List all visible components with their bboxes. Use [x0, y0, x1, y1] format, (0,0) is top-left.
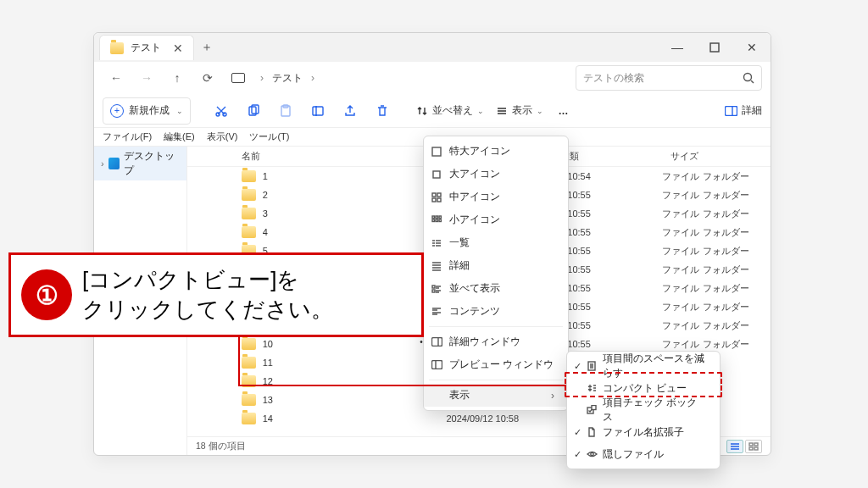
submenu-file-extensions[interactable]: ✓ファイル名拡張子	[567, 421, 720, 443]
view-label: 表示	[512, 103, 532, 118]
submenu-hidden-files[interactable]: ✓隠しファイル	[567, 443, 720, 465]
minimize-button[interactable]: —	[659, 33, 696, 62]
menu-list[interactable]: 一覧	[424, 231, 568, 254]
sort-icon	[416, 105, 428, 117]
sort-button[interactable]: 並べ替え ⌄	[411, 97, 489, 125]
forward-button[interactable]: →	[133, 64, 160, 92]
md-icons-icon	[431, 192, 442, 202]
cell-type: ファイル フォルダー	[662, 226, 771, 239]
cell-type: ファイル フォルダー	[662, 170, 771, 183]
tab-active[interactable]: テスト ✕	[99, 35, 194, 60]
toolbar: + 新規作成 ⌄ 並べ替え ⌄ 表示 ⌄ … 詳細	[94, 94, 771, 128]
cell-date2: 12 10:55	[554, 208, 663, 219]
svg-point-33	[590, 452, 593, 455]
back-button[interactable]: ←	[103, 64, 130, 92]
delete-button[interactable]	[369, 97, 396, 125]
share-button[interactable]	[337, 97, 364, 125]
svg-rect-20	[432, 216, 435, 219]
plus-icon: +	[110, 104, 124, 118]
breadcrumb-item[interactable]: テスト	[272, 71, 303, 86]
col-name[interactable]: 名前	[242, 150, 450, 163]
menu-small-icons[interactable]: 小アイコン	[424, 208, 568, 231]
submenu-item-checkboxes[interactable]: 項目チェック ボックス	[567, 399, 720, 421]
svg-rect-10	[749, 443, 753, 446]
view-toggle	[726, 440, 762, 453]
edit-group	[208, 97, 396, 125]
cell-date2: 12 10:55	[554, 190, 663, 200]
cell-type: ファイル フォルダー	[662, 245, 771, 258]
cell-name: 11	[263, 358, 447, 368]
refresh-button[interactable]: ⟳	[194, 64, 221, 92]
tree-desktop[interactable]: › デスクトップ	[94, 147, 186, 180]
svg-rect-21	[436, 216, 438, 219]
menu-details[interactable]: •詳細	[424, 254, 568, 277]
cell-type: ファイル フォルダー	[662, 263, 771, 276]
view-dropdown-menu: 特大アイコン 大アイコン 中アイコン 小アイコン 一覧 •詳細 並べて表示 コン…	[423, 136, 569, 411]
folder-icon	[242, 394, 256, 406]
chevron-right-icon: ›	[260, 72, 264, 84]
view-thumbs-toggle[interactable]	[745, 440, 762, 453]
view-button[interactable]: 表示 ⌄	[491, 97, 548, 125]
folder-icon	[110, 42, 124, 54]
path-this-pc-icon[interactable]	[225, 64, 252, 92]
cell-date2: 12 10:55	[554, 227, 663, 237]
cell-name: 4	[263, 227, 447, 237]
menu-tools[interactable]: ツール(T)	[249, 130, 289, 143]
menu-content[interactable]: コンテンツ	[424, 300, 568, 323]
search-icon	[743, 72, 754, 84]
new-tab-button[interactable]: ＋	[201, 40, 213, 55]
menu-file[interactable]: ファイル(F)	[103, 130, 152, 143]
menu-edit[interactable]: 編集(E)	[164, 130, 195, 143]
close-icon[interactable]: ✕	[173, 42, 183, 55]
new-button[interactable]: + 新規作成 ⌄	[103, 97, 191, 125]
spacing-icon	[586, 361, 598, 371]
svg-rect-32	[592, 406, 596, 410]
up-button[interactable]: ↑	[164, 64, 191, 92]
paste-button[interactable]	[272, 97, 299, 125]
menu-details-pane[interactable]: •詳細ウィンドウ	[424, 330, 568, 353]
menu-large-icons[interactable]: 大アイコン	[424, 163, 568, 186]
more-button[interactable]: …	[550, 97, 577, 125]
menu-show[interactable]: 表示	[424, 384, 568, 407]
menu-preview-pane[interactable]: プレビュー ウィンドウ	[424, 353, 568, 376]
cell-type: ファイル フォルダー	[662, 189, 771, 202]
menu-tiles[interactable]: 並べて表示	[424, 277, 568, 300]
svg-rect-23	[432, 219, 435, 222]
menu-extra-large-icons[interactable]: 特大アイコン	[424, 140, 568, 163]
menu-medium-icons[interactable]: 中アイコン	[424, 186, 568, 208]
breadcrumb[interactable]: › テスト ›	[260, 71, 314, 86]
sm-icons-icon	[431, 215, 442, 225]
submenu-decrease-space[interactable]: ✓項目間のスペースを減らす	[567, 355, 720, 377]
cut-button[interactable]	[208, 97, 235, 125]
details-label: 詳細	[742, 103, 762, 118]
svg-rect-24	[436, 219, 438, 222]
tab-title: テスト	[131, 41, 161, 55]
svg-rect-19	[437, 198, 441, 202]
show-submenu: ✓項目間のスペースを減らす コンパクト ビュー 項目チェック ボックス ✓ファイ…	[566, 351, 721, 469]
rename-button[interactable]	[304, 97, 331, 125]
window-controls: — ✕	[659, 33, 771, 62]
copy-button[interactable]	[240, 97, 267, 125]
svg-rect-13	[754, 447, 758, 450]
folder-icon	[242, 357, 256, 369]
search-input[interactable]: テストの検索	[576, 65, 762, 91]
eye-icon	[586, 449, 598, 459]
details-pane-icon	[725, 106, 737, 116]
svg-rect-0	[710, 43, 719, 52]
check-icon: ✓	[574, 427, 584, 438]
tab-row: テスト ✕ ＋ — ✕	[94, 33, 771, 62]
col-type[interactable]: 種類	[560, 150, 670, 163]
cell-date2: 12 10:55	[554, 264, 663, 274]
col-size[interactable]: サイズ	[670, 150, 721, 163]
close-button[interactable]: ✕	[733, 33, 771, 62]
menu-view[interactable]: 表示(V)	[207, 130, 238, 143]
chevron-right-icon: ›	[101, 158, 104, 169]
maximize-button[interactable]	[696, 33, 733, 62]
file-icon	[586, 427, 598, 437]
cell-date1: 2024/09/12 10:58	[446, 413, 554, 424]
bullet-icon: •	[417, 337, 426, 347]
folder-icon	[242, 208, 256, 219]
details-pane-button[interactable]: 詳細	[725, 103, 762, 118]
new-label: 新規作成	[129, 103, 170, 118]
view-details-toggle[interactable]	[726, 440, 743, 453]
